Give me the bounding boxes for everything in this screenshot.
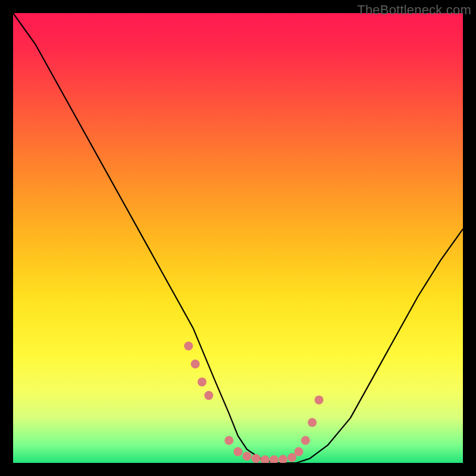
marker-dot: [261, 455, 270, 463]
marker-dot: [301, 436, 310, 445]
marker-dot: [243, 452, 252, 461]
watermark-text: TheBottleneck.com: [357, 2, 471, 18]
bottleneck-curve: [13, 13, 463, 463]
marker-dot: [204, 391, 213, 400]
marker-dot: [315, 396, 324, 405]
marker-dot: [224, 436, 233, 445]
marker-dot: [308, 418, 317, 427]
marker-dot: [252, 454, 261, 463]
marker-dot: [287, 453, 296, 462]
marker-dot: [184, 342, 193, 350]
plot-area: [13, 13, 463, 463]
marker-dot: [234, 447, 243, 456]
marker-dot: [270, 455, 278, 463]
chart-stage: TheBottleneck.com: [0, 0, 476, 476]
highlight-markers: [184, 342, 323, 463]
curve-layer: [13, 13, 463, 463]
marker-dot: [191, 359, 200, 368]
marker-dot: [198, 377, 206, 386]
marker-dot: [295, 447, 303, 456]
marker-dot: [278, 455, 287, 463]
